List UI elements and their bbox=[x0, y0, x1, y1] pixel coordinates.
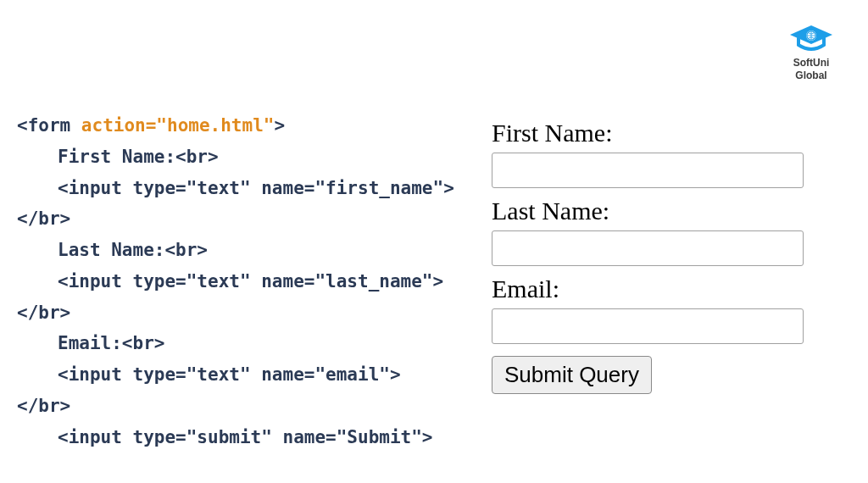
code-line-11: <input type="submit" name="Submit"> bbox=[58, 427, 433, 447]
code-line-10: </br> bbox=[17, 396, 70, 416]
email-label: Email: bbox=[492, 275, 843, 303]
code-line-2: First Name:<br> bbox=[58, 147, 219, 167]
code-line-3: <input type="text" name="first_name"> bbox=[58, 178, 454, 198]
softuni-logo: SoftUni Global bbox=[788, 24, 834, 81]
logo-text-line1: SoftUni bbox=[788, 58, 834, 69]
code-line-9: <input type="text" name="email"> bbox=[58, 364, 401, 385]
code-line-8: Email:<br> bbox=[58, 333, 164, 353]
code-line-1b: action="home.html" bbox=[81, 115, 275, 136]
code-snippet: <form action="home.html"> First Name:<br… bbox=[17, 110, 475, 483]
email-input[interactable] bbox=[492, 308, 804, 344]
code-line-1a: <form bbox=[17, 115, 81, 136]
last-name-label: Last Name: bbox=[492, 197, 843, 225]
rendered-form: First Name: Last Name: Email: Submit Que… bbox=[475, 110, 843, 483]
code-line-6: <input type="text" name="last_name"> bbox=[58, 271, 443, 291]
submit-button[interactable]: Submit Query bbox=[492, 356, 652, 394]
code-line-7: </br> bbox=[17, 303, 70, 323]
code-line-1c: > bbox=[274, 115, 285, 136]
code-line-4: </br> bbox=[17, 208, 70, 229]
first-name-input[interactable] bbox=[492, 153, 804, 188]
last-name-input[interactable] bbox=[492, 230, 804, 266]
graduation-cap-icon bbox=[788, 24, 834, 56]
logo-text-line2: Global bbox=[788, 70, 834, 81]
code-line-5: Last Name:<br> bbox=[58, 240, 208, 260]
first-name-label: First Name: bbox=[492, 119, 843, 147]
